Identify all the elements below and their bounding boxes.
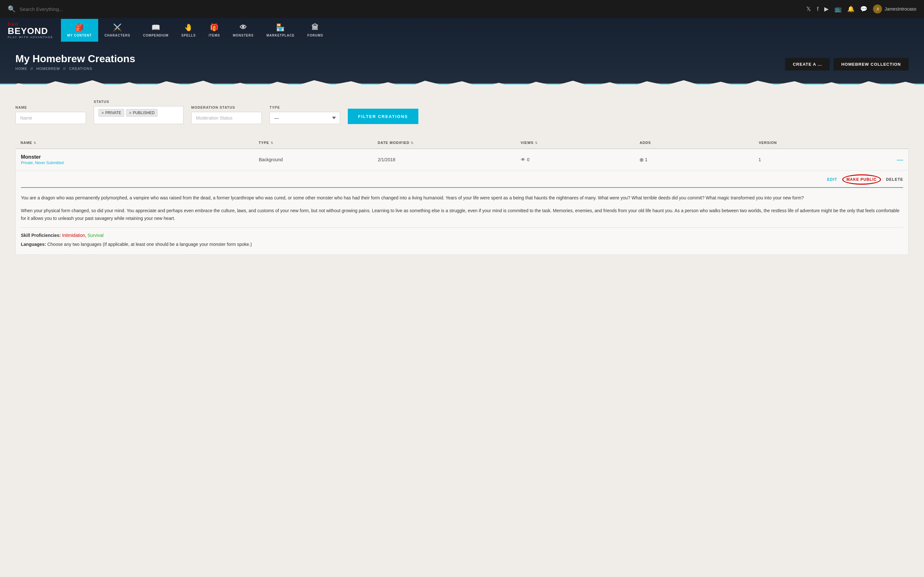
- nav-item-compendium[interactable]: 📖 COMPENDIUM: [137, 19, 175, 42]
- logo-beyond: BEYOND: [8, 27, 53, 35]
- sort-views-icon[interactable]: ⇅: [535, 141, 538, 145]
- twitch-icon[interactable]: 📺: [835, 5, 842, 13]
- edit-button[interactable]: EDIT: [827, 177, 837, 182]
- nav-item-spells[interactable]: 🤚 SPELLS: [175, 19, 202, 42]
- marketplace-icon: 🏪: [276, 23, 285, 32]
- skill-label: Skill Proficiencies:: [21, 233, 61, 238]
- characters-icon: ⚔️: [113, 23, 122, 32]
- avatar: JI: [873, 5, 882, 13]
- remove-private-icon[interactable]: ×: [102, 110, 104, 115]
- items-icon: 🎁: [210, 23, 219, 32]
- nav-item-forums-label: FORUMS: [307, 34, 323, 37]
- th-views: VIEWS ⇅: [521, 141, 640, 145]
- sort-type-icon[interactable]: ⇅: [270, 141, 273, 145]
- nav-item-spells-label: SPELLS: [181, 34, 196, 37]
- top-nav-right: 𝕏 f ▶ 📺 🔔 💬 JI JamesIntrocaso: [806, 5, 916, 13]
- content-area: NAME STATUS × PRIVATE × PUBLISHED MODERA…: [0, 89, 924, 266]
- type-filter-group: TYPE — Background Monster Spell Item: [270, 105, 340, 124]
- bell-icon[interactable]: 🔔: [847, 5, 855, 13]
- table-section: NAME ⇅ TYPE ⇅ DATE MODIFIED ⇅ VIEWS ⇅ AD…: [15, 137, 909, 255]
- status-filter-group: STATUS × PRIVATE × PUBLISHED: [94, 100, 184, 124]
- nav-item-monsters[interactable]: 👁 MONSTERS: [226, 19, 260, 42]
- nav-item-characters-label: CHARACTERS: [105, 34, 130, 37]
- th-expand: [878, 141, 903, 145]
- make-public-button[interactable]: MAKE PUBLIC: [842, 174, 881, 185]
- nav-item-items-label: ITEMS: [208, 34, 220, 37]
- th-version: VERSION: [759, 141, 878, 145]
- moderation-label: MODERATION STATUS: [191, 105, 262, 109]
- nav-item-items[interactable]: 🎁 ITEMS: [202, 19, 226, 42]
- row-name-cell: Monster Private, Never Submitted: [21, 154, 259, 165]
- row-views: 👁 0: [521, 157, 640, 162]
- breadcrumb-home[interactable]: HOME: [15, 67, 27, 71]
- row-adds: ⊕ 1: [640, 157, 758, 163]
- youtube-icon[interactable]: ▶: [824, 5, 829, 13]
- tag-private[interactable]: × PRIVATE: [99, 109, 124, 117]
- row-status: Private, Never Submitted: [21, 161, 259, 165]
- adds-count: 1: [645, 157, 648, 162]
- nav-item-characters[interactable]: ⚔️ CHARACTERS: [98, 19, 137, 42]
- breadcrumb-creations[interactable]: CREATIONS: [69, 67, 92, 71]
- table-header: NAME ⇅ TYPE ⇅ DATE MODIFIED ⇅ VIEWS ⇅ AD…: [15, 137, 909, 149]
- views-count: 0: [527, 157, 530, 162]
- skill-intimidation[interactable]: Intimidation: [62, 233, 85, 238]
- monsters-icon: 👁: [240, 23, 247, 32]
- page-title: My Homebrew Creations: [15, 53, 135, 65]
- sort-date-icon[interactable]: ⇅: [411, 141, 414, 145]
- expanded-row: EDIT MAKE PUBLIC DELETE You are a dragon…: [16, 170, 908, 255]
- create-button[interactable]: CREATE A ...: [785, 58, 830, 71]
- username: JamesIntrocaso: [885, 6, 916, 11]
- row-date: 2/1/2018: [378, 157, 521, 162]
- skill-proficiencies: Skill Proficiencies: Intimidation, Survi…: [21, 233, 903, 238]
- hero-buttons: CREATE A ... HOMEBREW COLLECTION: [785, 58, 909, 71]
- expanded-actions: EDIT MAKE PUBLIC DELETE: [21, 171, 903, 188]
- homebrew-collection-button[interactable]: HOMEBREW COLLECTION: [834, 58, 909, 71]
- status-tags-input[interactable]: × PRIVATE × PUBLISHED: [94, 106, 184, 124]
- type-label: TYPE: [270, 105, 340, 109]
- adds-icon: ⊕: [640, 157, 644, 163]
- logo-tagline: PLAY WITH ADVANTAGE: [8, 35, 53, 39]
- search-icon[interactable]: 🔍: [8, 5, 16, 13]
- user-menu[interactable]: JI JamesIntrocaso: [873, 5, 916, 13]
- nav-item-my-content[interactable]: 🎒 MY CONTENT: [61, 19, 98, 42]
- twitter-icon[interactable]: 𝕏: [806, 5, 811, 13]
- logo[interactable]: D&D BEYOND PLAY WITH ADVANTAGE: [8, 18, 53, 43]
- th-name: NAME ⇅: [21, 141, 258, 145]
- table-row-monster: Monster Private, Never Submitted Backgro…: [15, 149, 909, 255]
- moderation-input[interactable]: [191, 112, 262, 124]
- name-filter-group: NAME: [15, 105, 86, 124]
- row-type: Background: [259, 157, 378, 162]
- expanded-para-2: When your physical form changed, so did …: [21, 207, 903, 222]
- eye-icon: 👁: [521, 157, 525, 162]
- nav-item-forums[interactable]: 🏛 FORUMS: [301, 19, 330, 42]
- skill-survival[interactable]: Survival: [87, 233, 103, 238]
- languages-text: Choose any two languages (If applicable,…: [47, 242, 252, 247]
- facebook-icon[interactable]: f: [817, 6, 819, 13]
- th-type: TYPE ⇅: [258, 141, 378, 145]
- filter-creations-button[interactable]: FILTER CREATIONS: [348, 109, 418, 124]
- my-content-icon: 🎒: [75, 23, 84, 32]
- breadcrumb-homebrew[interactable]: HOMEBREW: [36, 67, 60, 71]
- name-input[interactable]: [15, 112, 86, 124]
- top-navigation: 🔍 Search Everything... 𝕏 f ▶ 📺 🔔 💬 JI Ja…: [0, 0, 924, 18]
- search-input[interactable]: Search Everything...: [19, 6, 63, 12]
- table-row[interactable]: Monster Private, Never Submitted Backgro…: [16, 149, 908, 170]
- nav-item-compendium-label: COMPENDIUM: [143, 34, 168, 37]
- th-adds: ADDS: [640, 141, 759, 145]
- sort-name-icon[interactable]: ⇅: [33, 141, 36, 145]
- status-label: STATUS: [94, 100, 184, 103]
- hero-left: My Homebrew Creations HOME // HOMEBREW /…: [15, 53, 135, 71]
- spells-icon: 🤚: [184, 23, 193, 32]
- chat-icon[interactable]: 💬: [860, 5, 867, 13]
- tag-published[interactable]: × PUBLISHED: [126, 109, 158, 117]
- th-date-modified: DATE MODIFIED ⇅: [378, 141, 520, 145]
- breadcrumb: HOME // HOMEBREW // CREATIONS: [15, 67, 135, 71]
- nav-items: 🎒 MY CONTENT ⚔️ CHARACTERS 📖 COMPENDIUM …: [61, 19, 916, 42]
- type-select[interactable]: — Background Monster Spell Item: [270, 112, 340, 124]
- remove-published-icon[interactable]: ×: [129, 110, 132, 115]
- moderation-filter-group: MODERATION STATUS: [191, 105, 262, 124]
- expand-row-button[interactable]: —: [877, 156, 903, 163]
- delete-button[interactable]: DELETE: [886, 177, 903, 182]
- tag-published-label: PUBLISHED: [133, 111, 155, 115]
- nav-item-marketplace[interactable]: 🏪 MARKETPLACE: [260, 19, 301, 42]
